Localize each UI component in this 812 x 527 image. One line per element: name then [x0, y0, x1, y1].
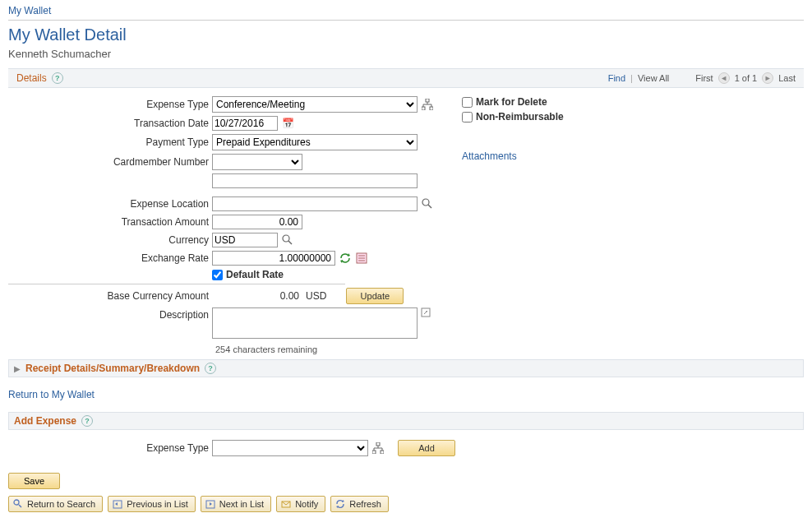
description-label: Description — [8, 307, 212, 321]
cardmember-text-input[interactable] — [212, 173, 418, 188]
svg-rect-25 — [381, 451, 384, 454]
return-to-wallet-link[interactable]: Return to My Wallet — [0, 377, 812, 412]
help-icon[interactable]: ? — [81, 415, 93, 427]
add-expense-bar: Add Expense ? — [8, 412, 804, 430]
default-rate-checkbox[interactable] — [212, 270, 223, 280]
update-button[interactable]: Update — [346, 288, 404, 304]
next-in-list-button[interactable]: Next in List — [201, 496, 271, 512]
svg-rect-6 — [430, 107, 433, 110]
lookup-icon[interactable] — [421, 197, 434, 210]
return-to-search-label: Return to Search — [27, 499, 95, 509]
svg-marker-31 — [210, 502, 212, 506]
attachments-link[interactable]: Attachments — [462, 150, 517, 162]
svg-rect-19 — [376, 442, 380, 446]
prev-list-icon — [112, 498, 123, 510]
add-expense-type-label: Expense Type — [8, 442, 212, 454]
refresh-rate-icon[interactable] — [339, 252, 352, 265]
mark-delete-checkbox[interactable] — [462, 97, 473, 108]
notify-label: Notify — [295, 499, 318, 509]
last-link[interactable]: Last — [778, 73, 796, 83]
svg-point-9 — [283, 235, 289, 242]
help-icon[interactable]: ? — [52, 72, 63, 84]
exchange-rate-label: Exchange Rate — [8, 252, 212, 264]
svg-rect-0 — [426, 99, 429, 102]
expense-type-select[interactable]: Conference/Meeting — [212, 96, 418, 113]
svg-point-26 — [14, 500, 19, 505]
next-arrow-icon[interactable]: ► — [762, 72, 773, 84]
currency-lookup-icon[interactable] — [281, 233, 294, 247]
cardmember-select[interactable] — [212, 154, 302, 170]
cardmember-label: Cardmember Number — [8, 156, 212, 168]
add-expense-title: Add Expense — [14, 415, 76, 427]
calendar-icon[interactable]: 📅 — [281, 117, 294, 130]
transaction-amount-input[interactable] — [212, 215, 302, 229]
next-list-icon — [205, 498, 216, 510]
receipt-details-section[interactable]: ▶ Receipt Details/Summary/Breakdown ? — [8, 359, 804, 377]
base-currency-label: Base Currency Amount — [8, 290, 212, 302]
currency-label: Currency — [8, 234, 212, 246]
transaction-date-input[interactable] — [212, 116, 278, 131]
rate-detail-icon[interactable] — [355, 252, 368, 265]
expense-type-label: Expense Type — [8, 99, 212, 110]
expense-location-label: Expense Location — [8, 198, 212, 210]
divider — [8, 20, 804, 21]
expense-location-input[interactable] — [212, 196, 418, 211]
refresh-button[interactable]: Refresh — [330, 496, 389, 512]
expand-triangle-icon[interactable]: ▶ — [14, 364, 21, 373]
mark-delete-label: Mark for Delete — [476, 96, 547, 108]
tree-icon[interactable] — [421, 98, 434, 111]
svg-line-10 — [288, 241, 292, 244]
user-name: Kenneth Schumacher — [0, 48, 812, 68]
add-expense-type-select[interactable] — [212, 440, 368, 456]
non-reimbursable-label: Non-Reimbursable — [476, 111, 564, 123]
payment-type-label: Payment Type — [8, 136, 212, 148]
page-title: My Wallet Detail — [0, 24, 812, 48]
notify-icon — [280, 498, 292, 510]
breadcrumb[interactable]: My Wallet — [0, 0, 812, 20]
non-reimbursable-checkbox[interactable] — [462, 112, 473, 123]
refresh-label: Refresh — [349, 499, 381, 509]
currency-input[interactable] — [212, 233, 278, 247]
previous-in-list-button[interactable]: Previous in List — [108, 496, 196, 512]
svg-marker-29 — [115, 502, 118, 506]
exchange-rate-input[interactable] — [212, 251, 335, 266]
receipt-details-title: Receipt Details/Summary/Breakdown — [25, 363, 200, 374]
add-button[interactable]: Add — [398, 440, 455, 456]
details-title: Details — [16, 72, 47, 84]
transaction-amount-label: Transaction Amount — [8, 216, 212, 228]
svg-point-7 — [422, 199, 429, 206]
next-in-list-label: Next in List — [219, 499, 264, 509]
char-remaining: 254 characters remaining — [8, 344, 452, 354]
save-button[interactable]: Save — [8, 473, 60, 489]
expand-icon[interactable] — [419, 306, 432, 319]
description-textarea[interactable] — [212, 307, 418, 339]
pipe-divider: | — [630, 73, 633, 83]
base-currency-code: USD — [306, 290, 326, 302]
details-section-bar: Details ? Find | View All First ◄ 1 of 1… — [8, 68, 804, 88]
transaction-date-label: Transaction Date — [8, 118, 212, 129]
svg-line-8 — [428, 205, 431, 208]
svg-rect-24 — [372, 451, 376, 454]
bottom-toolbar: Return to Search Previous in List Next i… — [0, 491, 812, 520]
prev-arrow-icon[interactable]: ◄ — [718, 72, 730, 84]
return-to-search-button[interactable]: Return to Search — [8, 496, 103, 512]
payment-type-select[interactable]: Prepaid Expenditures — [212, 134, 418, 150]
help-icon[interactable]: ? — [205, 363, 216, 374]
divider — [8, 284, 345, 284]
find-link[interactable]: Find — [608, 73, 625, 83]
notify-button[interactable]: Notify — [276, 496, 325, 512]
base-currency-amount: 0.00 — [212, 290, 302, 302]
default-rate-label: Default Rate — [226, 269, 284, 280]
search-icon — [12, 498, 24, 510]
first-link[interactable]: First — [695, 73, 713, 83]
record-counter: 1 of 1 — [735, 73, 758, 83]
view-all-link[interactable]: View All — [638, 73, 669, 83]
tree-icon[interactable] — [371, 441, 385, 455]
svg-line-27 — [19, 505, 21, 507]
previous-in-list-label: Previous in List — [127, 499, 188, 509]
svg-rect-5 — [422, 107, 425, 110]
refresh-icon — [334, 498, 346, 510]
